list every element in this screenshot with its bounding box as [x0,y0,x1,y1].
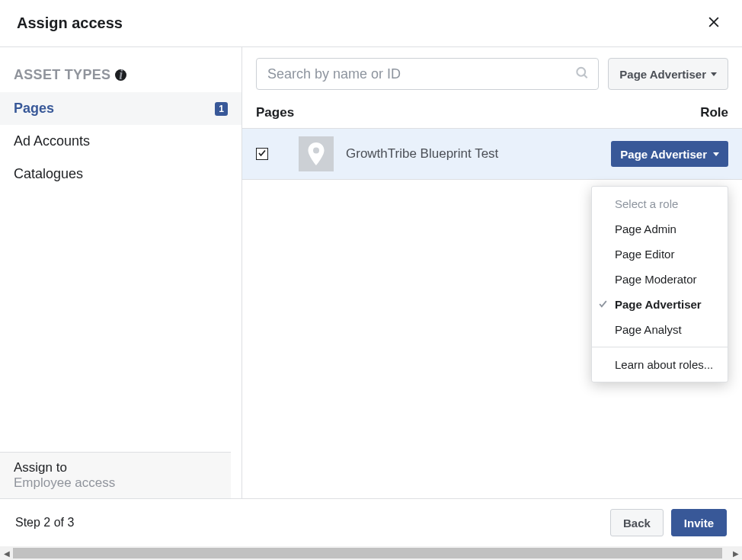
scroll-thumb[interactable] [13,548,722,558]
sidebar-item-label: Pages [14,101,54,117]
sidebar-item-label: Ad Accounts [14,133,90,149]
assign-to-label: Assign to [14,460,217,475]
sidebar-item-count: 1 [215,102,228,116]
asset-types-list: Pages 1 Ad Accounts Catalogues [0,92,241,190]
sidebar: ASSET TYPES i Pages 1 Ad Accounts Catalo… [0,47,242,498]
close-icon [706,14,721,32]
search-row: Page Advertiser [242,47,742,99]
dropdown-option-page-analyst[interactable]: Page Analyst [592,317,728,342]
dropdown-learn-more[interactable]: Learn about roles... [592,352,728,377]
role-dropdown: Select a role Page Admin Page Editor Pag… [591,186,728,382]
dialog-header: Assign access [0,0,742,47]
dropdown-option-page-moderator[interactable]: Page Moderator [592,267,728,292]
scroll-left-arrow[interactable]: ◀ [0,546,13,560]
step-indicator: Step 2 of 3 [15,516,74,530]
dropdown-option-page-advertiser[interactable]: Page Advertiser [592,292,728,317]
dropdown-option-label: Page Advertiser [615,298,702,311]
row-checkbox[interactable] [256,148,268,160]
assign-to-box: Assign to Employee access [0,452,231,498]
column-header-pages: Pages [256,105,294,120]
svg-line-3 [584,75,587,78]
sidebar-item-ad-accounts[interactable]: Ad Accounts [0,125,241,158]
search-input[interactable] [256,58,599,90]
back-button[interactable]: Back [610,509,664,536]
search-icon [574,66,590,83]
dropdown-option-page-admin[interactable]: Page Admin [592,216,728,242]
assign-to-value: Employee access [14,475,217,491]
role-filter-label: Page Advertiser [619,68,706,81]
dropdown-option-page-editor[interactable]: Page Editor [592,242,728,267]
dialog-title: Assign access [17,14,123,32]
check-icon [598,298,608,311]
chevron-down-icon [711,72,717,76]
row-role-label: Page Advertiser [620,148,707,161]
scroll-right-arrow[interactable]: ▶ [729,546,742,560]
list-header: Pages Role [242,99,742,129]
check-icon [257,148,267,160]
column-header-role: Role [700,105,728,120]
sidebar-item-catalogues[interactable]: Catalogues [0,158,241,190]
asset-types-heading: ASSET TYPES i [0,47,241,92]
row-role-button[interactable]: Page Advertiser [611,141,728,167]
sidebar-item-pages[interactable]: Pages 1 [0,92,241,125]
horizontal-scrollbar[interactable]: ◀ ▶ [0,546,742,560]
scroll-track[interactable] [13,546,729,560]
invite-button[interactable]: Invite [671,509,727,536]
asset-types-label: ASSET TYPES [14,67,110,83]
dropdown-divider [592,347,728,347]
info-icon[interactable]: i [115,69,126,81]
chevron-down-icon [713,152,719,156]
dialog-footer: Step 2 of 3 Back Invite [0,499,742,546]
close-button[interactable] [702,12,725,35]
search-wrap [256,58,599,90]
main-content: ASSET TYPES i Pages 1 Ad Accounts Catalo… [0,47,742,499]
svg-point-2 [577,68,586,76]
page-name: GrowthTribe Blueprint Test [346,146,599,162]
table-row: GrowthTribe Blueprint Test Page Advertis… [242,129,742,180]
role-filter-button[interactable]: Page Advertiser [608,58,728,90]
sidebar-item-label: Catalogues [14,166,83,182]
dropdown-placeholder: Select a role [592,191,728,216]
location-pin-icon [299,136,334,171]
content-pane: Page Advertiser Pages Role GrowthT [242,47,742,498]
